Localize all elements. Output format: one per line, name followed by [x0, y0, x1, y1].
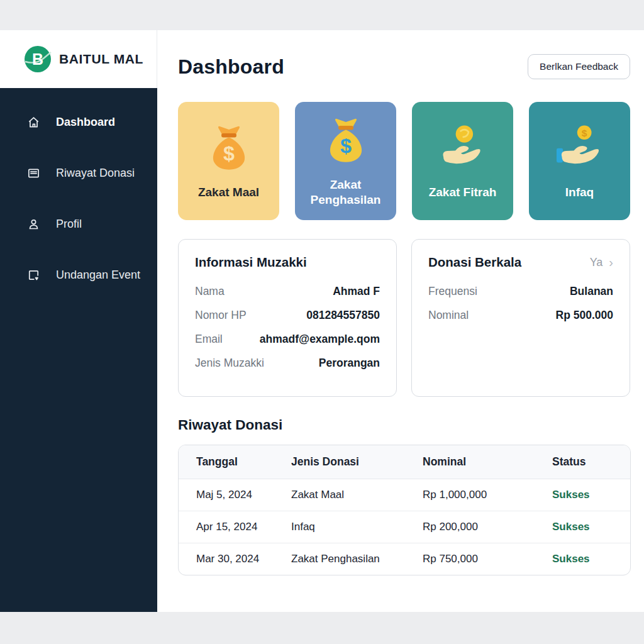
recurring-donation-card: Donasi Berkala Ya › Frequensi Bulanan No…	[411, 239, 630, 397]
table-row: Apr 15, 2024 Infaq Rp 200,000 Sukses	[179, 511, 630, 543]
sidebar-item-label: Dashboard	[56, 116, 115, 129]
svg-text:$: $	[223, 142, 235, 165]
brand-logo-icon: B	[23, 45, 52, 74]
money-bag-icon: $	[319, 114, 373, 169]
table-header-row: Tanggal Jenis Donasi Nominal Status	[179, 445, 630, 479]
recurring-row-frequensi: Frequensi Bulanan	[428, 285, 613, 298]
brand-name: BAITUL MAL	[59, 52, 143, 67]
muzakki-info-card: Informasi Muzakki Nama Ahmad F Nomor HP …	[178, 239, 397, 397]
recurring-state-link[interactable]: Ya ›	[590, 255, 613, 270]
cell-date: Mar 30, 2024	[179, 543, 291, 575]
sidebar-item-profil[interactable]: Profil	[0, 213, 157, 235]
cell-type: Zakat Maal	[291, 479, 423, 511]
brand-logo-area: B BAITUL MAL	[0, 30, 157, 88]
quick-card-zakat-maal[interactable]: $ Zakat Maal	[178, 102, 279, 220]
quick-card-label: Zakat Fitrah	[429, 185, 497, 200]
muzakki-row-nomor-hp: Nomor HP 081284557850	[195, 309, 380, 322]
table-row: Maj 5, 2024 Zakat Maal Rp 1,000,000 Suks…	[179, 479, 630, 511]
list-card-icon	[26, 166, 41, 180]
history-section-title: Riwayat Donasi	[178, 417, 630, 433]
page-header: Dashboard Berlkan Feedback	[178, 54, 630, 79]
muzakki-row-nama: Nama Ahmad F	[195, 285, 380, 298]
user-icon	[26, 217, 41, 231]
recurring-card-title: Donasi Berkala	[428, 255, 521, 270]
svg-text:$: $	[340, 135, 352, 157]
svg-text:$: $	[581, 128, 587, 138]
sidebar-item-undangan-event[interactable]: Undangan Event	[0, 264, 157, 286]
quick-card-infaq[interactable]: $ Infaq	[529, 102, 630, 220]
donation-history-table: Tanggal Jenis Donasi Nominal Status Maj …	[178, 445, 631, 575]
muzakki-card-title: Informasi Muzakki	[195, 255, 307, 270]
sidebar-nav: Dashboard Riwayat Donasi	[0, 88, 157, 612]
quick-card-label: Zakat Penghasilan	[300, 177, 391, 208]
svg-text:B: B	[32, 50, 43, 68]
cell-amount: Rp 200,000	[423, 511, 552, 543]
sidebar: B BAITUL MAL Dashboard	[0, 30, 157, 612]
sidebar-item-riwayat-donasi[interactable]: Riwayat Donasi	[0, 162, 157, 184]
invite-icon	[26, 268, 41, 282]
column-header-tanggal: Tanggal	[179, 445, 291, 479]
hand-coin-icon	[436, 122, 490, 176]
info-cards: Informasi Muzakki Nama Ahmad F Nomor HP …	[178, 239, 630, 397]
quick-card-label: Zakat Maal	[198, 185, 259, 200]
cell-type: Infaq	[291, 511, 423, 543]
column-header-status: Status	[552, 445, 630, 479]
cell-type: Zakat Penghasilan	[291, 543, 423, 575]
quick-card-zakat-penghasilan[interactable]: $ Zakat Penghasilan	[295, 102, 396, 220]
money-bag-icon: $	[202, 122, 256, 176]
recurring-row-nominal: Nominal Rp 500.000	[428, 309, 613, 322]
quick-card-label: Infaq	[565, 185, 594, 200]
quick-actions: $ Zakat Maal $ Zakat Penghasilan	[178, 102, 630, 220]
sidebar-item-label: Riwayat Donasi	[56, 167, 135, 180]
status-badge: Sukses	[552, 543, 630, 575]
feedback-button[interactable]: Berlkan Feedback	[528, 54, 630, 79]
hand-coin-icon: $	[553, 122, 607, 176]
main-content: Dashboard Berlkan Feedback $ Zakat Maal	[157, 30, 644, 612]
muzakki-row-email: Email ahmadf@example.qom	[195, 333, 380, 346]
table-row: Mar 30, 2024 Zakat Penghasilan Rp 750,00…	[179, 543, 630, 575]
app-window: B BAITUL MAL Dashboard	[0, 30, 644, 612]
cell-amount: Rp 750,000	[423, 543, 552, 575]
sidebar-item-label: Profil	[56, 218, 82, 231]
column-header-nominal: Nominal	[423, 445, 552, 479]
page-title: Dashboard	[178, 55, 284, 79]
cell-amount: Rp 1,000,000	[423, 479, 552, 511]
column-header-jenis-donasi: Jenis Donasi	[291, 445, 423, 479]
home-icon	[26, 115, 41, 130]
sidebar-item-label: Undangan Event	[56, 269, 140, 282]
muzakki-row-jenis: Jenis Muzakki Perorangan	[195, 357, 380, 370]
sidebar-item-dashboard[interactable]: Dashboard	[0, 111, 157, 133]
recurring-state-value: Ya	[590, 256, 603, 269]
quick-card-zakat-fitrah[interactable]: Zakat Fitrah	[412, 102, 513, 220]
chevron-right-icon: ›	[609, 255, 613, 270]
cell-date: Maj 5, 2024	[179, 479, 291, 511]
status-badge: Sukses	[552, 511, 630, 543]
cell-date: Apr 15, 2024	[179, 511, 291, 543]
status-badge: Sukses	[552, 479, 630, 511]
